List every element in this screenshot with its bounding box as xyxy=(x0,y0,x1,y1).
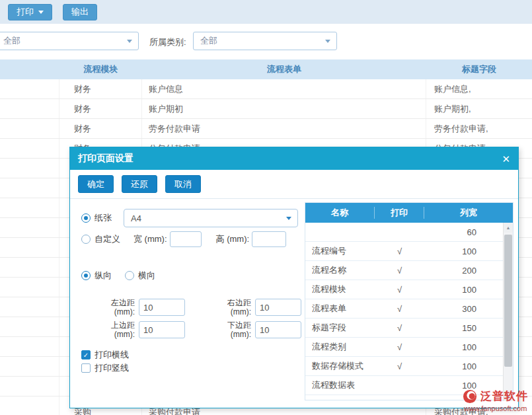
print-page-settings-dialog: 打印页面设置 ✕ 确定 还原 取消 纸张 A4 自定义 宽 (mm): 高 (m… xyxy=(69,147,519,408)
scrollbar[interactable]: ▲ ▼ xyxy=(503,223,513,401)
table-cell xyxy=(0,238,59,257)
grid-cell: √ xyxy=(375,304,424,314)
column-row[interactable]: 流程名称 √ 200 xyxy=(305,261,503,280)
columns-grid-body: 60 流程编号 √ 100 流程名称 √ 200 流程模块 √ 100 xyxy=(305,223,513,401)
grid-cell: √ xyxy=(375,246,424,256)
table-cell: 财务 xyxy=(59,99,142,118)
column-row[interactable]: 流程模块 √ 100 xyxy=(305,280,503,299)
table-cell: 财务 xyxy=(59,119,142,138)
columns-grid-header: 名称 打印 列宽 xyxy=(305,203,513,223)
ok-button[interactable]: 确定 xyxy=(78,175,114,193)
left-margin-label: 左边距 (mm): xyxy=(95,298,135,317)
filter-row: 全部 所属类别: 全部 xyxy=(0,24,532,59)
custom-width-input[interactable] xyxy=(170,231,202,247)
scroll-up-icon[interactable]: ▲ xyxy=(504,223,513,233)
margin-row-top-bottom: 上边距 (mm): 下边距 (mm): xyxy=(95,320,301,340)
table-cell xyxy=(0,79,59,98)
column-row[interactable]: 60 xyxy=(305,223,503,242)
custom-size-radio[interactable] xyxy=(81,235,91,244)
top-margin-label: 上边距 (mm): xyxy=(95,321,135,339)
watermark: 泛普软件 www.fanpusoft.com xyxy=(463,389,528,412)
right-margin-input[interactable] xyxy=(255,299,301,316)
table-cell xyxy=(0,278,59,297)
table-cell xyxy=(0,119,59,138)
grid-cell: 流程表单 xyxy=(305,303,375,315)
category-filter-value: 全部 xyxy=(200,35,217,47)
table-cell: 账户期初 xyxy=(142,99,426,118)
grid-cell: 100 xyxy=(424,285,503,295)
watermark-url: www.fanpusoft.com xyxy=(463,404,528,412)
module-filter-dropdown[interactable]: 全部 xyxy=(0,32,139,50)
custom-size-row: 自定义 宽 (mm): 高 (mm): xyxy=(81,231,286,247)
dialog-body: 纸张 A4 自定义 宽 (mm): 高 (mm): 纵向 横向 左边距 (mm)… xyxy=(70,200,518,408)
custom-height-input[interactable] xyxy=(252,231,286,247)
print-hline-checkbox[interactable] xyxy=(81,350,91,359)
portrait-radio[interactable] xyxy=(81,271,91,280)
table-cell xyxy=(0,377,59,396)
table-cell: 劳务付款申请 xyxy=(142,119,426,138)
close-icon[interactable]: ✕ xyxy=(502,154,510,164)
table-row[interactable]: 财务 账户期初 账户期初, xyxy=(0,99,532,119)
left-margin-input[interactable] xyxy=(139,299,185,316)
top-margin-input[interactable] xyxy=(139,321,185,338)
table-row[interactable]: 财务 劳务付款申请 劳务付款申请, xyxy=(0,119,532,139)
table-cell: 劳务付款申请, xyxy=(426,119,532,138)
grid-cell: √ xyxy=(375,342,424,352)
margin-row-left-right: 左边距 (mm): 右边距 (mm): xyxy=(95,297,301,317)
table-cell xyxy=(0,258,59,277)
landscape-label: 横向 xyxy=(138,270,155,282)
table-cell xyxy=(0,357,59,376)
grid-cell: 流程模块 xyxy=(305,283,375,295)
grid-header-width: 列宽 xyxy=(424,207,513,219)
paper-size-dropdown[interactable]: A4 xyxy=(124,209,298,227)
module-filter-value: 全部 xyxy=(3,35,20,47)
grid-header-name: 名称 xyxy=(305,207,375,219)
grid-cell: √ xyxy=(375,323,424,333)
column-row[interactable]: 流程类别 √ 100 xyxy=(305,338,503,357)
print-hline-label: 打印横线 xyxy=(95,349,129,361)
grid-cell: 流程名称 xyxy=(305,264,375,276)
bottom-margin-input[interactable] xyxy=(255,321,301,338)
category-filter-dropdown[interactable]: 全部 xyxy=(193,32,337,50)
scroll-thumb[interactable] xyxy=(504,235,512,367)
grid-cell: √ xyxy=(375,285,424,295)
landscape-radio[interactable] xyxy=(125,271,134,280)
table-cell xyxy=(0,297,59,317)
column-row[interactable]: 数据存储模式 √ 100 xyxy=(305,357,503,376)
grid-cell: 100 xyxy=(424,342,503,352)
dialog-titlebar: 打印页面设置 ✕ xyxy=(70,147,518,170)
columns-grid: 名称 打印 列宽 60 流程编号 √ 100 流程名称 √ 200 xyxy=(305,202,513,400)
custom-size-label: 自定义 xyxy=(95,233,120,245)
grid-cell: 标题字段 xyxy=(305,322,375,334)
table-cell: 财务 xyxy=(59,79,142,98)
table-cell: 账户信息 xyxy=(142,79,426,98)
export-button-label: 输出 xyxy=(71,6,89,18)
column-row[interactable]: 流程编号 √ 100 xyxy=(305,242,503,261)
print-vline-checkbox[interactable] xyxy=(81,363,91,373)
column-row[interactable]: 流程表单 √ 300 xyxy=(305,299,503,319)
bottom-margin-label: 下边距 (mm): xyxy=(211,321,251,339)
header-title-field: 标题字段 xyxy=(426,63,532,75)
cancel-button[interactable]: 取消 xyxy=(165,175,201,193)
table-cell xyxy=(0,139,59,158)
paper-radio[interactable] xyxy=(81,213,91,223)
table-cell xyxy=(0,218,59,237)
table-cell: 账户期初, xyxy=(426,99,532,118)
restore-button[interactable]: 还原 xyxy=(122,175,157,193)
table-header-row: 流程模块 流程表单 标题字段 xyxy=(0,59,532,79)
table-cell xyxy=(0,159,59,178)
column-row[interactable]: 标题字段 √ 150 xyxy=(305,319,503,338)
print-button[interactable]: 打印 xyxy=(8,4,52,20)
caret-down-icon xyxy=(286,217,291,220)
toolbar: 打印 输出 xyxy=(0,0,532,24)
grid-cell: 300 xyxy=(424,304,503,314)
export-button[interactable]: 输出 xyxy=(63,4,97,20)
paper-row: 纸张 A4 xyxy=(81,209,298,227)
grid-cell: 流程数据表 xyxy=(305,379,375,391)
caret-down-icon xyxy=(127,40,132,43)
table-cell xyxy=(0,178,59,198)
custom-width-label: 宽 (mm): xyxy=(133,233,167,245)
grid-cell: 60 xyxy=(424,227,503,237)
grid-cell: 流程类别 xyxy=(305,341,375,353)
table-row[interactable]: 财务 账户信息 账户信息, xyxy=(0,79,532,99)
